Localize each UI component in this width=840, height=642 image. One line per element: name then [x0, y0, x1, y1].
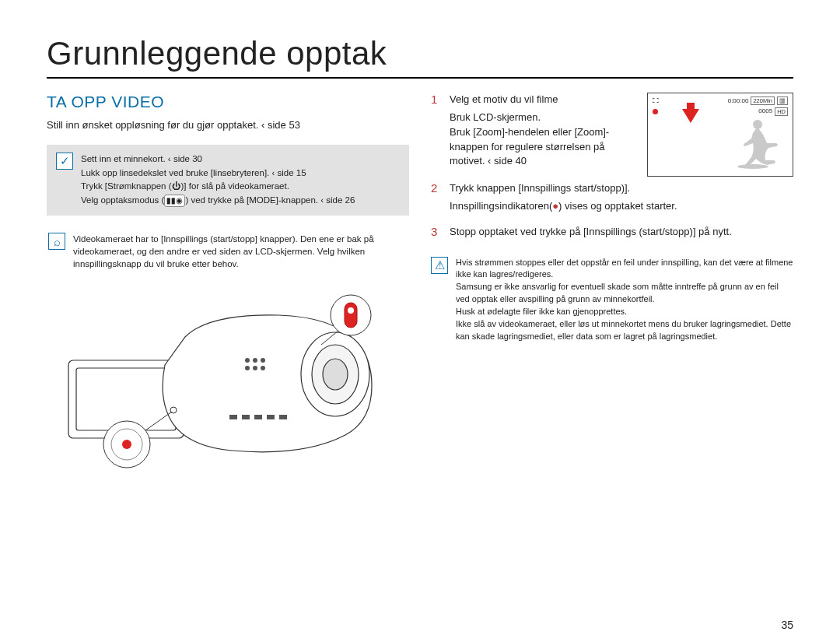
intro-text: Still inn ønsket oppløsning før du gjør … [47, 119, 409, 131]
two-column-layout: TA OPP VIDEO Still inn ønsket oppløsning… [47, 93, 793, 469]
step-number: 3 [431, 225, 442, 240]
mode-icons: ▮▮◉ [164, 195, 185, 208]
step-sub: Bruk LCD-skjermen. [450, 111, 639, 125]
svg-point-6 [253, 358, 257, 363]
warning-box: ⚠ Hvis strømmen stoppes eller det oppstå… [431, 257, 793, 344]
red-arrow-icon [682, 109, 699, 123]
note-line: Trykk [Strømknappen (⏻)] for slå på vide… [81, 180, 400, 193]
hd-icon: HD [775, 107, 788, 116]
svg-point-8 [245, 366, 250, 370]
svg-rect-14 [267, 415, 275, 419]
svg-rect-12 [242, 415, 250, 419]
check-icon: ✓ [56, 153, 73, 170]
step-2: 2 Trykk knappen [Innspillings start/stop… [431, 181, 793, 214]
note-line: Velg opptaksmodus (▮▮◉) ved trykke på [M… [81, 194, 400, 207]
page-number: 35 [781, 619, 793, 631]
svg-rect-17 [345, 303, 357, 328]
warn-line: Ikke slå av videokameraet, eller løs ut … [456, 318, 793, 342]
lcd-preview: ⛶ 0:00:00 220Min ▥ 0005 HD [647, 93, 793, 177]
warn-line: Hvis strømmen stoppes eller det oppstår … [456, 257, 793, 281]
step-head: Stopp opptaket ved trykke på [Innspillin… [450, 225, 793, 240]
stby-icon: ⛶ [653, 97, 659, 104]
power-icon: ⏻ [172, 181, 181, 191]
svg-rect-13 [254, 415, 262, 419]
warn-line: Samsung er ikke ansvarlig for eventuell … [456, 281, 793, 305]
note-line: Lukk opp linsedekslet ved bruke [linsebr… [81, 167, 400, 180]
note-line: Sett inn et minnekort. ‹ side 30 [81, 153, 400, 166]
warning-lines: Hvis strømmen stoppes eller det oppstår … [456, 257, 793, 344]
note-lines: Sett inn et minnekort. ‹ side 30 Lukk op… [81, 153, 400, 208]
svg-point-22 [122, 440, 131, 449]
step-1: 1 Velg et motiv du vil filme Bruk LCD-sk… [431, 93, 639, 169]
svg-point-18 [348, 307, 354, 314]
right-column: ⛶ 0:00:00 220Min ▥ 0005 HD [431, 93, 793, 469]
svg-point-9 [253, 366, 257, 370]
lcd-time: 0:00:00 [728, 97, 749, 104]
svg-point-26 [737, 164, 768, 169]
svg-point-10 [261, 366, 265, 370]
video-mode-icon: ▮▮ [166, 195, 176, 207]
lcd-remaining: 220Min [751, 96, 775, 105]
step-3: 3 Stopp opptaket ved trykke på [Innspill… [431, 225, 793, 240]
svg-rect-11 [229, 415, 237, 419]
magnify-icon: ⌕ [48, 233, 65, 250]
warning-icon: ⚠ [431, 257, 448, 274]
rec-dot-icon [653, 109, 658, 114]
step-sub: Innspillingsindikatoren(●) vises og oppt… [450, 199, 793, 214]
photo-mode-icon: ◉ [176, 195, 183, 207]
note-box: ✓ Sett inn et minnekort. ‹ side 30 Lukk … [47, 145, 409, 216]
camcorder-illustration [47, 282, 409, 469]
tip-box: ⌕ Videokameraet har to [Innspillings (st… [47, 233, 409, 271]
manual-page: Grunnleggende opptak TA OPP VIDEO Still … [0, 0, 840, 485]
warn-line: Husk at ødelagte filer ikke kan gjenoppr… [456, 306, 793, 317]
step-sub: Bruk [Zoom]-hendelen eller [Zoom]-knappe… [450, 125, 639, 170]
step-number: 1 [431, 93, 442, 169]
step-head: Trykk knappen [Innspillings start/stopp)… [450, 181, 793, 196]
svg-point-5 [245, 358, 250, 363]
page-title: Grunnleggende opptak [47, 35, 793, 79]
skater-silhouette [730, 117, 786, 171]
svg-point-4 [323, 359, 348, 390]
lcd-screen: ⛶ 0:00:00 220Min ▥ 0005 HD [647, 93, 793, 177]
svg-rect-15 [279, 415, 287, 419]
step-number: 2 [431, 181, 442, 214]
step-head: Velg et motiv du vil filme [450, 93, 639, 107]
section-title: TA OPP VIDEO [47, 93, 409, 111]
battery-icon: ▥ [777, 96, 788, 105]
tip-text: Videokameraet har to [Innspillings (star… [73, 233, 408, 271]
left-column: TA OPP VIDEO Still inn ønsket oppløsning… [47, 93, 409, 469]
lcd-count: 0005 [758, 107, 772, 116]
svg-point-7 [261, 358, 265, 363]
rec-indicator-icon: ● [552, 200, 558, 212]
